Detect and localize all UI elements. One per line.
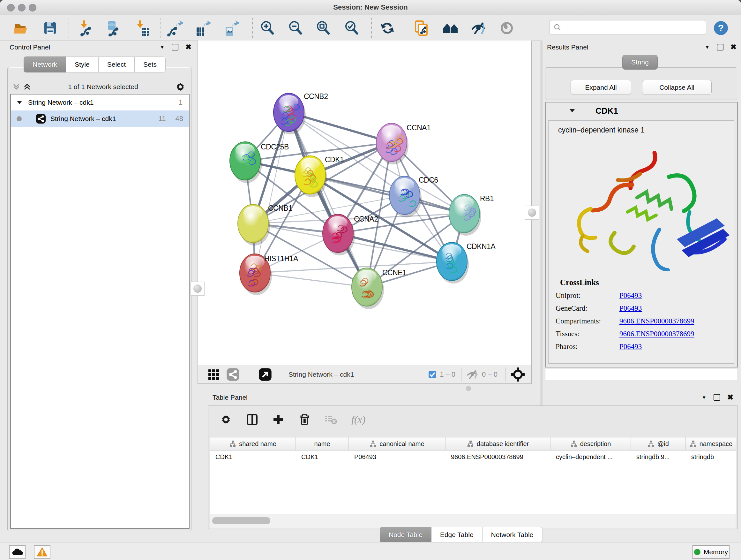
import-network-database-icon[interactable] bbox=[104, 19, 121, 37]
crosslink-value-link[interactable]: P06493 bbox=[619, 343, 642, 351]
network-node-cdkn1a[interactable] bbox=[436, 242, 469, 284]
left-divider-handle[interactable] bbox=[191, 282, 205, 296]
collapse-all-chevron-icon[interactable] bbox=[12, 83, 20, 91]
help-icon[interactable]: ? bbox=[712, 19, 730, 37]
network-tree-root-row[interactable]: String Network – cdk1 1 bbox=[11, 95, 189, 111]
delete-column-icon[interactable] bbox=[298, 414, 311, 426]
node-table: shared namenamecanonical namedatabase id… bbox=[210, 437, 736, 514]
export-table-icon[interactable] bbox=[194, 19, 211, 37]
zoom-out-icon[interactable] bbox=[287, 19, 304, 37]
search-input[interactable] bbox=[562, 23, 706, 32]
zoom-in-icon[interactable] bbox=[259, 19, 276, 37]
network-node-ccna2[interactable] bbox=[323, 214, 355, 255]
network-node-ccna1[interactable] bbox=[376, 123, 408, 165]
hide-selection-icon[interactable] bbox=[470, 19, 487, 37]
network-collection-count: 1 bbox=[179, 98, 183, 107]
network-node-count: 11 bbox=[158, 115, 166, 123]
network-edge[interactable] bbox=[310, 175, 464, 213]
network-options-gear-icon[interactable] bbox=[175, 81, 186, 92]
column-header-canonical-name[interactable]: canonical name bbox=[349, 437, 446, 450]
open-in-new-window-icon[interactable] bbox=[259, 368, 272, 381]
show-all-icon[interactable] bbox=[498, 19, 515, 37]
column-header-shared-name[interactable]: shared name bbox=[210, 437, 296, 450]
refresh-icon[interactable] bbox=[379, 19, 396, 37]
tab-style[interactable]: Style bbox=[66, 57, 98, 72]
tab-sets[interactable]: Sets bbox=[135, 57, 165, 72]
crosslink-value-link[interactable]: P06493 bbox=[619, 304, 642, 313]
crosslink-value-link[interactable]: P06493 bbox=[619, 292, 642, 300]
save-session-icon[interactable] bbox=[42, 19, 59, 37]
network-tree-selected-row[interactable]: String Network – cdk1 11 48 bbox=[11, 111, 189, 127]
selected-checkbox-icon[interactable] bbox=[428, 370, 436, 379]
panel-float-icon[interactable] bbox=[172, 44, 179, 51]
tab-edge-table[interactable]: Edge Table bbox=[431, 527, 482, 543]
panel-close-icon[interactable]: ✖ bbox=[185, 43, 192, 51]
panel-menu-icon[interactable]: ▼ bbox=[705, 44, 710, 50]
panel-float-icon[interactable] bbox=[717, 44, 724, 51]
export-network-icon[interactable] bbox=[166, 19, 184, 37]
collapse-section-icon[interactable] bbox=[569, 107, 576, 114]
network-edge[interactable] bbox=[289, 112, 367, 287]
string-network-icon bbox=[36, 114, 46, 124]
gene-card-header[interactable]: CDK1 bbox=[546, 103, 737, 119]
table-row[interactable]: CDK1CDK1P064939606.ENSP00000378699cyclin… bbox=[210, 450, 736, 463]
tab-network-table[interactable]: Network Table bbox=[482, 527, 542, 543]
network-view-canvas[interactable]: CCNB2CCNA1CDC25BCDK1CDC6RB1CCNB1CCNA2CDK… bbox=[198, 41, 532, 365]
search-field[interactable] bbox=[549, 20, 706, 35]
panel-float-icon[interactable] bbox=[714, 394, 720, 401]
network-node-rb1[interactable] bbox=[449, 194, 481, 236]
expand-all-chevron-icon[interactable] bbox=[23, 83, 31, 91]
tab-node-table[interactable]: Node Table bbox=[380, 527, 431, 543]
memory-button[interactable]: Memory bbox=[692, 545, 730, 559]
panel-close-icon[interactable]: ✖ bbox=[727, 393, 733, 401]
attribute-tree-icon bbox=[229, 440, 236, 447]
add-column-icon[interactable] bbox=[272, 414, 284, 426]
network-graph[interactable]: CCNB2CCNA1CDC25BCDK1CDC6RB1CCNB1CCNA2CDK… bbox=[198, 41, 531, 365]
network-overview-icon[interactable] bbox=[226, 368, 240, 381]
network-edge[interactable] bbox=[255, 112, 289, 273]
table-options-gear-icon[interactable] bbox=[220, 414, 232, 426]
panel-menu-icon[interactable]: ▼ bbox=[702, 395, 706, 400]
scrollbar-thumb[interactable] bbox=[212, 517, 270, 524]
column-header--id[interactable]: @id bbox=[631, 437, 686, 450]
column-header-description[interactable]: description bbox=[550, 437, 631, 450]
import-table-file-icon[interactable] bbox=[133, 19, 150, 37]
warning-status-button[interactable] bbox=[34, 545, 51, 559]
tab-network[interactable]: Network bbox=[23, 57, 66, 72]
tab-string[interactable]: String bbox=[622, 55, 658, 70]
network-node-ccne1[interactable] bbox=[352, 268, 384, 309]
panel-close-icon[interactable]: ✖ bbox=[731, 43, 737, 51]
table-cell: CDK1 bbox=[296, 450, 349, 463]
export-image-icon[interactable] bbox=[222, 19, 239, 37]
cloud-status-button[interactable] bbox=[9, 545, 25, 559]
first-neighbors-icon[interactable] bbox=[442, 19, 460, 37]
network-node-ccnb1[interactable] bbox=[238, 204, 270, 246]
tab-select[interactable]: Select bbox=[98, 57, 135, 72]
network-node-ccnb2[interactable] bbox=[273, 93, 306, 134]
collapse-all-button[interactable]: Collapse All bbox=[642, 80, 712, 95]
function-builder-icon[interactable]: f(x) bbox=[351, 414, 365, 426]
zoom-selected-icon[interactable] bbox=[343, 19, 360, 37]
copy-style-icon[interactable] bbox=[413, 19, 430, 37]
show-columns-icon[interactable] bbox=[246, 414, 258, 426]
right-divider-handle[interactable] bbox=[525, 206, 539, 220]
expand-all-button[interactable]: Expand All bbox=[570, 80, 631, 95]
column-header-name[interactable]: name bbox=[296, 437, 349, 450]
clear-table-icon[interactable] bbox=[325, 413, 337, 426]
grid-view-icon[interactable] bbox=[207, 368, 220, 381]
open-session-icon[interactable] bbox=[13, 19, 30, 37]
crosslink-value-link[interactable]: 9606.ENSP00000378699 bbox=[619, 317, 694, 325]
horizontal-scrollbar[interactable] bbox=[210, 514, 736, 528]
panel-menu-icon[interactable]: ▼ bbox=[160, 44, 165, 50]
zoom-fit-icon[interactable] bbox=[315, 19, 332, 37]
table-cell: stringdb bbox=[686, 450, 736, 463]
import-network-file-icon[interactable] bbox=[77, 19, 95, 37]
column-header-namespace[interactable]: namespace bbox=[686, 437, 736, 450]
network-node-cdc6[interactable] bbox=[389, 176, 421, 217]
column-header-database-identifier[interactable]: database identifier bbox=[446, 437, 550, 450]
network-node-cdk1[interactable] bbox=[295, 156, 327, 197]
tree-expand-icon[interactable] bbox=[16, 99, 23, 106]
birds-eye-view-icon[interactable] bbox=[511, 367, 525, 382]
crosslink-value-link[interactable]: 9606.ENSP00000378699 bbox=[619, 330, 694, 338]
node-label: CDKN1A bbox=[467, 242, 495, 251]
